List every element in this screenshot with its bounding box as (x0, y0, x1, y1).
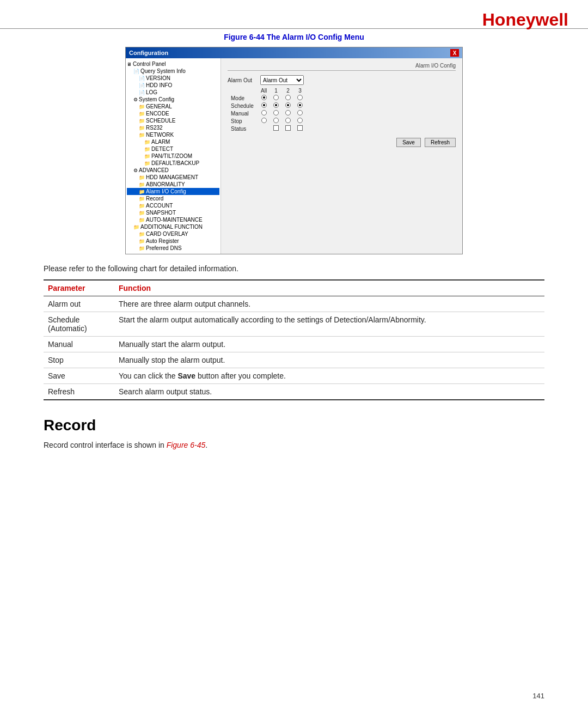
schedule-2-radio[interactable] (285, 102, 291, 108)
right-panel: Alarm I/O Config Alarm Out Alarm Out All… (221, 58, 462, 254)
tree-item[interactable]: 📁DEFAULT/BACKUP (127, 160, 219, 167)
status-1-check[interactable] (273, 125, 279, 131)
table-row: Alarm outThere are three alarm output ch… (44, 296, 544, 312)
figure-title: Figure 6-44 The Alarm I/O Config Menu (44, 33, 544, 41)
schedule-row: Schedule (228, 102, 306, 109)
function-cell: Manually stop the alarm output. (114, 352, 544, 368)
table-row: StopManually stop the alarm output. (44, 352, 544, 368)
tree-item[interactable]: 📁ABNORMALITY (127, 181, 219, 188)
right-panel-title: Alarm I/O Config (228, 63, 456, 71)
config-title: Configuration (129, 50, 168, 56)
schedule-1-radio[interactable] (273, 102, 279, 108)
tree-item[interactable]: 📁GENERAL (127, 103, 219, 110)
col-1: 1 (270, 87, 282, 94)
alarm-out-select[interactable]: Alarm Out (260, 75, 304, 85)
parameter-table: Parameter Function Alarm outThere are th… (44, 279, 544, 400)
manual-1-radio[interactable] (273, 110, 279, 115)
manual-label: Manual (228, 109, 258, 117)
param-cell: Schedule (Automatic) (44, 312, 114, 337)
function-cell: There are three alarm output channels. (114, 296, 544, 312)
table-row: Schedule (Automatic)Start the alarm outp… (44, 312, 544, 337)
function-cell: Start the alarm output automatically acc… (114, 312, 544, 337)
tree-item[interactable]: 📁Auto Register (127, 237, 219, 245)
close-button[interactable]: X (450, 49, 459, 57)
refresh-button[interactable]: Refresh (425, 138, 456, 147)
description-text: Please refer to the following chart for … (44, 264, 544, 273)
tree-item[interactable]: ⚙ADVANCED (127, 167, 219, 174)
tree-item[interactable]: 📁Preferred DNS (127, 245, 219, 252)
mode-all-radio[interactable] (261, 95, 267, 100)
col-all: All (258, 87, 270, 94)
status-2-check[interactable] (285, 125, 291, 131)
manual-3-radio[interactable] (297, 110, 303, 115)
schedule-3-radio[interactable] (297, 102, 303, 108)
status-label: Status (228, 125, 258, 132)
tree-item[interactable]: 📄LOG (127, 89, 219, 96)
tree-item[interactable]: 📁NETWORK (127, 131, 219, 138)
tree-item[interactable]: 📁SCHEDULE (127, 117, 219, 124)
tree-item[interactable]: 📁HDD MANAGEMENT (127, 174, 219, 181)
mode-3-radio[interactable] (297, 95, 303, 100)
record-text-period: . (205, 441, 207, 449)
manual-all-radio[interactable] (261, 110, 267, 115)
tree-item[interactable]: 📁PAN/TILT/ZOOM (127, 153, 219, 160)
tree-item[interactable]: 📁ACCOUNT (127, 202, 219, 209)
alarm-buttons: Save Refresh (228, 138, 456, 147)
param-cell: Alarm out (44, 296, 114, 312)
tree-item[interactable]: 📄VERSION (127, 75, 219, 82)
tree-item[interactable]: 📁ADDITIONAL FUNCTION (127, 223, 219, 230)
status-3-check[interactable] (297, 125, 303, 131)
tree-item[interactable]: 📄HDD INFO (127, 82, 219, 89)
col-2: 2 (282, 87, 294, 94)
record-heading: Record (44, 417, 544, 434)
col-parameter-header: Parameter (44, 280, 114, 296)
table-header-row: Parameter Function (44, 280, 544, 296)
stop-all-radio[interactable] (261, 118, 267, 123)
tree-item[interactable]: 📁RS232 (127, 124, 219, 131)
mode-1-radio[interactable] (273, 95, 279, 100)
col-function-header: Function (114, 280, 544, 296)
param-cell: Stop (44, 352, 114, 368)
col-3: 3 (294, 87, 306, 94)
stop-row: Stop (228, 117, 306, 125)
alarm-table: All 1 2 3 Mode (228, 87, 306, 132)
tree-item[interactable]: 📁CARD OVERLAY (127, 230, 219, 237)
tree-item[interactable]: ⚙System Config (127, 96, 219, 103)
stop-2-radio[interactable] (285, 118, 291, 123)
config-body: 🖥Control Panel📄Query System Info📄VERSION… (126, 58, 462, 254)
save-button[interactable]: Save (396, 138, 421, 147)
config-titlebar: Configuration X (126, 47, 462, 58)
record-text-prefix: Record control interface is shown in (44, 441, 167, 449)
manual-2-radio[interactable] (285, 110, 291, 115)
tree-panel: 🖥Control Panel📄Query System Info📄VERSION… (126, 58, 221, 254)
tree-item[interactable]: 📄Query System Info (127, 68, 219, 75)
schedule-label: Schedule (228, 102, 258, 109)
tree-item[interactable]: 📁ENCODE (127, 110, 219, 117)
mode-row: Mode (228, 94, 306, 102)
status-row: Status (228, 125, 306, 132)
page-number: 141 (532, 692, 544, 700)
stop-1-radio[interactable] (273, 118, 279, 123)
stop-3-radio[interactable] (297, 118, 303, 123)
tree-item[interactable]: 📁AUTO-MAINTENANCE (127, 216, 219, 223)
mode-2-radio[interactable] (285, 95, 291, 100)
schedule-all-radio[interactable] (261, 102, 267, 108)
function-cell: Manually start the alarm output. (114, 337, 544, 352)
tree-item[interactable]: 📁DETECT (127, 145, 219, 153)
tree-item[interactable]: 📁SNAPSHOT (127, 209, 219, 216)
function-cell: Search alarm output status. (114, 384, 544, 400)
param-cell: Save (44, 368, 114, 384)
stop-label: Stop (228, 117, 258, 125)
alarm-out-row: Alarm Out Alarm Out (228, 75, 456, 85)
manual-row: Manual (228, 109, 306, 117)
tree-item[interactable]: 🖥Control Panel (127, 60, 219, 68)
honeywell-logo: Honeywell (482, 10, 568, 30)
table-row: ManualManually start the alarm output. (44, 337, 544, 352)
record-text: Record control interface is shown in Fig… (44, 441, 544, 449)
tree-item[interactable]: 📁ALARM (127, 138, 219, 145)
tree-item[interactable]: 📁Record (127, 195, 219, 202)
table-row: RefreshSearch alarm output status. (44, 384, 544, 400)
tree-item[interactable]: 📁Alarm I/O Config (127, 188, 219, 195)
alarm-out-label: Alarm Out (228, 77, 260, 83)
record-figure-link[interactable]: Figure 6-45 (167, 441, 206, 449)
